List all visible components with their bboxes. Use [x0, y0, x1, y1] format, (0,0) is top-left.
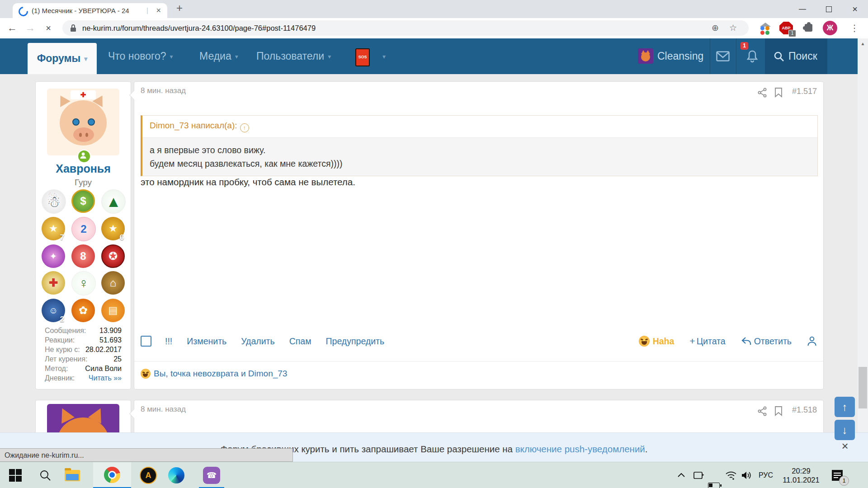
reacted-users-link[interactable]: Вы, tочка невоzврата и Dimon_73 — [154, 369, 287, 379]
badge-candy2[interactable]: 2 — [71, 217, 96, 241]
stat-years-smoked: 25 — [113, 354, 122, 364]
user-avatar[interactable] — [638, 48, 653, 64]
scrollbar-up-icon[interactable]: ▲ — [858, 41, 868, 46]
stat-messages: 13.909 — [99, 326, 122, 335]
scroll-to-bottom-button[interactable]: ↓ — [835, 420, 855, 440]
author-avatar-pig[interactable]: ✚ — [47, 89, 119, 155]
tray-wifi[interactable] — [725, 462, 737, 488]
badge-book[interactable]: ▤ — [101, 299, 125, 322]
badge-tomato8[interactable]: 8 — [71, 244, 95, 268]
browser-tab[interactable]: (1) Месячник - УВЕРТЮРА - 24 | × — [13, 3, 167, 18]
battery-icon — [708, 483, 720, 488]
reply-button[interactable]: Ответить — [741, 336, 792, 347]
chevron-down-icon[interactable]: ▾ — [235, 53, 238, 60]
chevron-down-icon[interactable]: ▾ — [382, 53, 386, 60]
haha-reaction-label[interactable]: Haha — [653, 336, 675, 347]
author-username[interactable]: Хавронья — [36, 162, 131, 175]
aimp-taskbar-button[interactable]: A — [136, 462, 161, 488]
chevron-down-icon[interactable]: ▾ — [170, 53, 173, 60]
share-icon[interactable] — [757, 88, 767, 98]
window-minimize-button[interactable]: — — [789, 0, 816, 18]
nav-tab-forums[interactable]: Форумы▾ — [28, 43, 97, 74]
delete-link[interactable]: Удалить — [241, 336, 274, 347]
haha-emoji-icon[interactable] — [639, 336, 650, 347]
taskbar-clock[interactable]: 20:29 11.01.2021 — [778, 462, 824, 488]
badge-star7[interactable]: ★7 — [42, 217, 65, 240]
back-button[interactable]: ← — [4, 18, 21, 38]
quote-button[interactable]: + Цитата — [689, 336, 725, 347]
tray-battery[interactable] — [708, 473, 720, 488]
browser-profile-avatar[interactable]: Ж — [823, 21, 837, 35]
window-close-button[interactable]: × — [842, 0, 868, 18]
edge-taskbar-button[interactable] — [164, 462, 189, 488]
start-button[interactable] — [5, 462, 26, 488]
post1-timestamp[interactable]: 8 мин. назад — [141, 86, 186, 95]
badge-ambulance[interactable]: ✚ — [42, 271, 65, 295]
bookmark-icon[interactable] — [774, 406, 783, 416]
diary-read-link[interactable]: Читать »» — [89, 373, 122, 383]
scrollbar-thumb[interactable] — [859, 367, 867, 408]
stop-loading-button[interactable]: × — [40, 18, 57, 38]
window-maximize-button[interactable] — [816, 0, 842, 18]
scrollbar[interactable]: ▲ ▼ — [858, 38, 868, 462]
inbox-envelope-icon[interactable] — [716, 51, 730, 61]
viber-taskbar-button[interactable]: ☎ — [195, 462, 228, 488]
warn-link[interactable]: Предупредить — [326, 336, 385, 347]
quote-attribution[interactable]: Dimon_73 написал(а):↑ — [142, 116, 817, 137]
tray-volume[interactable] — [741, 462, 752, 488]
chrome-taskbar-button[interactable] — [93, 462, 131, 488]
share-icon[interactable] — [757, 406, 767, 416]
quote-body: а я впервые это слово вижу. будем месяц … — [142, 137, 817, 176]
new-tab-button[interactable]: + — [176, 2, 183, 14]
push-enable-link[interactable]: включение push-уведомлений — [515, 444, 645, 454]
badge-family2[interactable]: ☺2 — [42, 299, 65, 322]
nav-sos-menu[interactable]: ▾ — [379, 38, 386, 75]
bookmark-star-icon[interactable]: ☆ — [729, 20, 737, 36]
browser-menu-icon[interactable]: ⋮ — [850, 18, 859, 38]
badge-snowman[interactable]: ☃ — [42, 189, 66, 214]
tray-tablet[interactable] — [693, 462, 704, 488]
badge-ornament[interactable]: ✦ — [42, 244, 65, 268]
file-explorer-button[interactable] — [61, 462, 84, 488]
badge-girl[interactable]: ♀ — [71, 271, 96, 296]
address-bar[interactable]: ne-kurim.ru/forum/threads/uvertjura-24.6… — [62, 20, 749, 36]
post1-number-link[interactable]: #1.517 — [792, 87, 817, 96]
nav-users[interactable]: Пользователи▾ — [256, 38, 331, 75]
person-icon[interactable] — [807, 336, 817, 347]
badge-tree[interactable]: ▲ — [101, 189, 126, 214]
select-post-checkbox[interactable] — [141, 336, 151, 347]
haha-emoji-icon[interactable] — [141, 369, 151, 379]
extension-home-icon[interactable] — [760, 23, 771, 33]
notification-close-icon[interactable]: × — [837, 439, 853, 453]
post1-author-card: ✚ Хавронья Гуру ☃ $ ▲ ★7 2 ★6 ✦ 8 ✪ ✚ ♀ — [35, 81, 131, 389]
edit-link[interactable]: Изменить — [187, 336, 226, 347]
search-button[interactable]: Поиск — [765, 38, 827, 74]
post2-timestamp[interactable]: 8 мин. назад — [141, 405, 186, 414]
badge-house[interactable]: ⌂ — [101, 271, 125, 295]
nav-media[interactable]: Медиа▾ — [199, 38, 238, 75]
sos-icon[interactable]: SOS — [355, 48, 370, 66]
windows-taskbar: A ☎ — [0, 462, 868, 488]
badge-money[interactable]: $ — [71, 189, 95, 213]
report-link[interactable]: !!! — [165, 336, 172, 347]
logged-in-username[interactable]: Cleansing — [657, 38, 703, 74]
badge-thumb6[interactable]: ★6 — [101, 217, 125, 240]
language-indicator[interactable]: РУС — [759, 462, 773, 488]
chevron-down-icon[interactable]: ▾ — [84, 55, 87, 62]
forward-button[interactable]: → — [22, 18, 39, 38]
zoom-icon[interactable]: ⊕ — [712, 20, 719, 36]
alerts-bell-icon[interactable] — [746, 50, 759, 63]
badge-dancers[interactable]: ✿ — [71, 299, 95, 322]
tab-close-icon[interactable]: × — [156, 6, 161, 15]
quote-source-icon[interactable]: ↑ — [240, 123, 249, 132]
extensions-puzzle-icon[interactable] — [805, 24, 812, 32]
bookmark-icon[interactable] — [774, 87, 783, 98]
spam-link[interactable]: Спам — [289, 336, 311, 347]
scroll-to-top-button[interactable]: ↑ — [835, 397, 855, 417]
tray-chevron[interactable] — [676, 462, 686, 488]
taskbar-search-button[interactable] — [34, 462, 56, 488]
post2-number-link[interactable]: #1.518 — [792, 405, 817, 415]
nav-whats-new[interactable]: Что нового?▾ — [108, 38, 173, 75]
badge-emblem[interactable]: ✪ — [101, 244, 125, 268]
chevron-down-icon[interactable]: ▾ — [328, 53, 331, 60]
